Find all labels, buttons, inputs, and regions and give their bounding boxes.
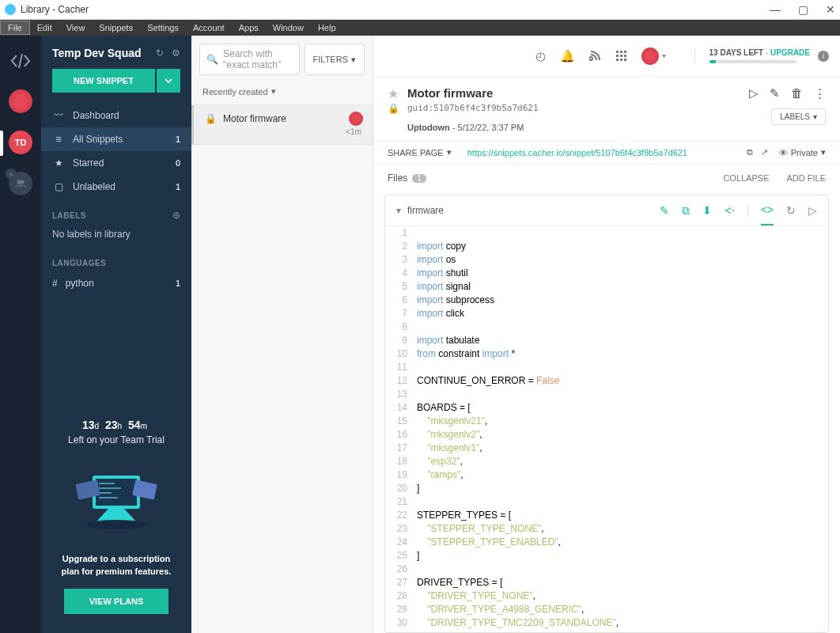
menu-snippets[interactable]: Snippets — [92, 21, 140, 34]
trial-box: 13d 23h 54m Left on your Team Trial Upgr… — [41, 404, 191, 633]
code-line: 14BOARDS = [ — [385, 401, 828, 415]
snippet-header: ★ 🔒 Motor firmware guid:5107b6f4c3f9b5a7… — [373, 77, 840, 141]
sort-dropdown[interactable]: Recently created ▾ — [191, 81, 373, 105]
trial-progress — [709, 60, 796, 63]
code-line: 10from constraint import * — [385, 347, 828, 361]
history-tab-icon[interactable]: ↻ — [786, 204, 796, 217]
left-rail: TD — [0, 36, 41, 633]
info-icon[interactable]: i — [818, 51, 829, 62]
code-line: 30 "DRIVER_TYPE_TMC2209_STANDALONE", — [385, 616, 828, 630]
nav-unlabeled[interactable]: ▢ Unlabeled 1 — [41, 175, 191, 199]
run-icon[interactable]: ▷ — [749, 86, 759, 100]
team-avatar[interactable]: TD — [9, 131, 32, 154]
menu-edit[interactable]: Edit — [30, 21, 59, 34]
lock-icon: 🔒 — [388, 103, 399, 114]
add-team-button[interactable] — [9, 172, 32, 195]
view-plans-button[interactable]: VIEW PLANS — [64, 589, 168, 614]
star-button[interactable]: ★ — [388, 86, 399, 101]
privacy-dropdown[interactable]: 👁 Private ▾ — [779, 147, 826, 157]
chevron-down-icon: ▾ — [351, 55, 356, 65]
share-file-icon[interactable]: <⋅ — [725, 204, 734, 217]
rss-icon[interactable] — [589, 50, 601, 62]
svg-point-4 — [86, 520, 146, 529]
code-line: 13 — [385, 388, 828, 401]
apps-icon[interactable] — [615, 50, 627, 62]
sync-icon[interactable]: ◴ — [535, 49, 546, 63]
menu-file[interactable]: File — [0, 21, 30, 35]
filters-button[interactable]: FILTERS ▾ — [305, 44, 365, 75]
menubar: File Edit View Snippets Settings Account… — [0, 20, 840, 36]
code-line: 9import tabulate — [385, 334, 828, 347]
code-line: 20] — [385, 482, 828, 495]
personal-avatar[interactable] — [9, 89, 32, 113]
delete-icon[interactable]: 🗑 — [791, 86, 803, 100]
menu-help[interactable]: Help — [311, 21, 343, 34]
snippet-list-item[interactable]: 🔒 Motor firmware <1m — [191, 105, 373, 145]
star-icon: ★ — [52, 157, 65, 169]
search-icon: 🔍 — [206, 54, 218, 65]
more-icon[interactable]: ⋮ — [814, 86, 826, 100]
window-title: Library - Cacher — [21, 4, 89, 15]
svg-rect-3 — [96, 479, 137, 506]
add-label-button[interactable]: ⊕ — [172, 210, 180, 221]
maximize-button[interactable]: ▢ — [798, 3, 808, 16]
notifications-icon[interactable]: 🔔 — [560, 49, 575, 63]
snippet-item-title: Motor firmware — [223, 113, 286, 124]
svg-rect-15 — [624, 59, 626, 61]
code-line: 28 "DRIVER_TYPE_NONE", — [385, 589, 828, 603]
file-card: ▾ firmware ✎ ⧉ ⬇ <⋅ <> ↻ ▷ 12import copy… — [384, 195, 829, 633]
code-area[interactable]: 12import copy3import os4import shutil5im… — [385, 226, 828, 632]
close-button[interactable]: ✕ — [826, 3, 835, 16]
refresh-icon[interactable]: ↻ — [156, 47, 164, 59]
chevron-down-icon: ▾ — [662, 51, 666, 60]
label-icon: ▢ — [52, 181, 65, 192]
menu-settings[interactable]: Settings — [140, 21, 186, 34]
open-external-icon[interactable]: ↗ — [761, 147, 768, 157]
code-line: 29 "DRIVER_TYPE_A4988_GENERIC", — [385, 603, 828, 616]
collapse-chevron-icon[interactable]: ▾ — [396, 205, 401, 216]
preview-tab-icon[interactable]: ▷ — [808, 204, 817, 217]
code-line: 21 — [385, 495, 828, 509]
user-menu[interactable]: ▾ — [641, 47, 666, 65]
edit-file-icon[interactable]: ✎ — [660, 204, 669, 217]
share-page-dropdown[interactable]: SHARE PAGE ▾ — [388, 147, 452, 157]
code-line: 15 "mksgenlv21", — [385, 415, 828, 428]
activity-icon: 〰 — [52, 110, 65, 121]
edit-icon[interactable]: ✎ — [770, 86, 780, 100]
add-file-button[interactable]: ADD FILE — [786, 173, 826, 183]
copy-icon[interactable]: ⧉ — [747, 147, 753, 157]
new-snippet-dropdown[interactable] — [157, 69, 180, 93]
code-line: 6import subprocess — [385, 294, 828, 307]
trial-subtitle: Left on your Team Trial — [52, 434, 180, 445]
detail-panel: ◴ 🔔 ▾ 13 DAYS LEFT - — [373, 36, 840, 633]
new-snippet-button[interactable]: NEW SNIPPET — [52, 69, 155, 93]
nav-dashboard[interactable]: 〰 Dashboard — [41, 104, 191, 127]
settings-icon[interactable]: ⚙ — [172, 47, 180, 59]
menu-apps[interactable]: Apps — [232, 21, 266, 34]
nav-all-snippets[interactable]: ≡ All Snippets 1 — [41, 127, 191, 151]
code-line: 25] — [385, 549, 828, 563]
minimize-button[interactable]: — — [770, 3, 781, 16]
nav-starred[interactable]: ★ Starred 0 — [41, 151, 191, 175]
titlebar: Library - Cacher — ▢ ✕ — [0, 0, 840, 20]
share-url[interactable]: https://snippets.cacher.io/snippet/5107b… — [467, 148, 687, 157]
menu-window[interactable]: Window — [266, 21, 311, 34]
trial-days-left: 13 DAYS LEFT — [709, 48, 764, 57]
labels-button[interactable]: LABELS ▾ — [771, 108, 826, 125]
menu-account[interactable]: Account — [186, 21, 232, 34]
chevron-down-icon: ▾ — [447, 147, 452, 157]
code-icon[interactable] — [9, 50, 32, 72]
search-input[interactable]: 🔍 Search with "exact match" — [199, 44, 300, 75]
code-tab-icon[interactable]: <> — [761, 203, 774, 226]
collapse-button[interactable]: COLLAPSE — [723, 173, 769, 183]
code-line: 4import shutil — [385, 267, 828, 280]
upgrade-link[interactable]: UPGRADE — [770, 48, 810, 57]
svg-rect-7 — [616, 51, 619, 53]
menu-view[interactable]: View — [59, 21, 93, 34]
download-file-icon[interactable]: ⬇ — [702, 204, 712, 217]
files-row: Files 1 COLLAPSE ADD FILE — [373, 165, 840, 191]
no-labels-text: No labels in library — [41, 226, 191, 248]
copy-file-icon[interactable]: ⧉ — [682, 204, 690, 218]
language-python[interactable]: # python 1 — [41, 272, 191, 294]
lock-icon: 🔒 — [205, 113, 217, 124]
